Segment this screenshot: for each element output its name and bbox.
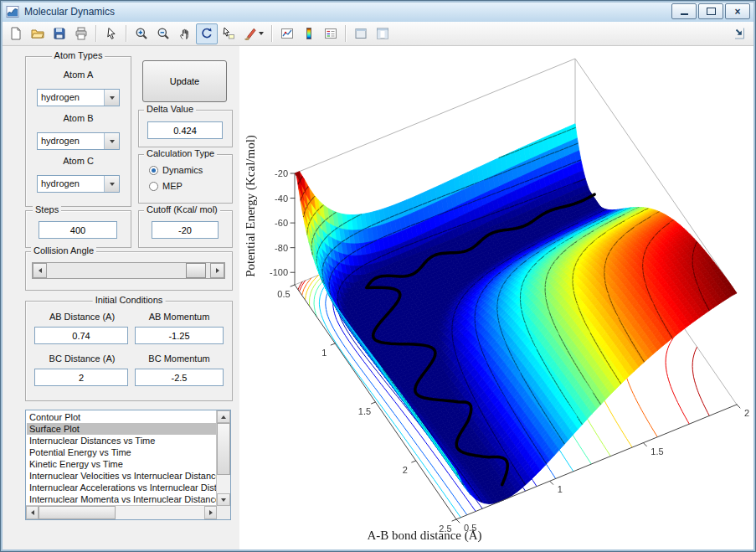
toolbar-separator [271,25,273,42]
list-item[interactable]: Internuclear Accelerations vs Internucle… [27,482,216,493]
scroll-left-button[interactable] [26,506,39,519]
zoom-out-icon [157,27,170,40]
arrow-up-icon [221,415,226,419]
data-cursor-button[interactable] [218,23,239,44]
scrollbar-corner [217,506,230,519]
delta-value-field[interactable] [147,121,223,139]
update-button[interactable]: Update [142,60,227,102]
dock-figure-button[interactable] [729,23,751,44]
collision-angle-slider[interactable] [32,262,225,279]
arrow-down-icon [221,498,226,502]
insert-colorbar-button[interactable] [298,23,320,44]
arrow-left-icon [31,510,34,515]
link-plot-icon [280,27,294,40]
radio-circle-icon [149,182,158,191]
minimize-button[interactable] [671,3,697,19]
listbox-items: Contour PlotSurface PlotInternuclear Dis… [27,411,216,505]
rotate-3d-button[interactable] [196,23,218,44]
edit-plot-button[interactable] [100,23,122,44]
rotate-3d-icon [200,27,213,40]
list-item[interactable]: Internuclear Velocities vs Internuclear … [27,470,216,482]
chevron-down-icon [110,140,115,143]
listbox-vertical-scrollbar[interactable] [216,410,230,506]
printer-icon [75,27,88,40]
chevron-down-icon [110,96,115,100]
window-title: Molecular Dynamics [24,6,115,18]
surface-plot-canvas[interactable] [244,47,755,549]
slider-right-arrow[interactable] [210,263,224,278]
figure-toolbar [1,22,755,46]
radio-dynamics-label: Dynamics [162,165,203,175]
open-file-button[interactable] [27,23,49,44]
cutoff-field[interactable] [152,221,219,239]
plot-type-listbox[interactable]: Contour PlotSurface PlotInternuclear Dis… [25,410,231,520]
collision-angle-thumb[interactable] [186,263,206,278]
bc-momentum-field[interactable] [135,369,224,386]
scroll-down-button[interactable] [217,493,230,506]
maximize-icon [707,8,716,15]
atom-b-value: hydrogen [41,136,80,146]
bc-distance-label: BC Distance (A) [33,353,131,364]
list-item[interactable]: Internuclear Distances vs Time [27,435,216,446]
save-figure-button[interactable] [49,23,70,44]
maximize-button[interactable] [698,3,723,19]
zoom-in-button[interactable] [131,23,152,44]
steps-panel: Steps [25,210,131,248]
open-folder-icon [31,27,44,40]
collision-angle-panel: Collision Angle [25,251,233,291]
dock-arrow-icon [733,27,747,40]
atom-a-label: Atom A [26,70,131,80]
atom-c-dropdown-button[interactable] [104,176,119,192]
zoom-out-button[interactable] [152,23,174,44]
brush-data-button[interactable] [239,23,268,44]
atom-b-dropdown[interactable]: hydrogen [37,132,120,150]
bc-distance-field[interactable] [34,369,128,386]
arrow-left-icon [39,268,42,273]
list-item[interactable]: Internuclear Momenta vs Internuclear Dis… [27,493,216,505]
link-plot-button[interactable] [276,23,298,44]
scroll-up-button[interactable] [217,410,230,423]
close-button[interactable]: × [725,3,750,19]
steps-title: Steps [33,204,61,214]
radio-dynamics[interactable]: Dynamics [149,165,203,175]
pan-button[interactable] [174,23,196,44]
slider-left-arrow[interactable] [33,263,47,278]
atom-b-dropdown-button[interactable] [104,133,119,149]
toolbar-separator [95,25,97,42]
atom-types-panel: Atom Types Atom A hydrogen Atom B hydrog… [25,56,131,207]
vertical-scroll-thumb[interactable] [217,423,230,475]
list-item[interactable]: Potential Energy vs Time [27,446,216,458]
close-icon: × [734,7,740,17]
radio-mep[interactable]: MEP [149,181,183,191]
steps-field[interactable] [39,221,117,239]
ab-momentum-field[interactable] [135,327,224,344]
hide-plot-tools-button[interactable] [350,23,372,44]
horizontal-scroll-thumb[interactable] [39,506,116,519]
initial-conditions-panel: Initial Conditions AB Distance (A) AB Mo… [25,301,233,401]
chevron-down-icon [110,183,115,186]
ab-momentum-label: AB Momentum [133,312,225,322]
listbox-horizontal-scrollbar[interactable] [26,505,217,519]
atom-a-dropdown[interactable]: hydrogen [37,89,120,106]
cutoff-title: Cutoff (Kcal/ mol) [144,204,220,214]
atom-a-dropdown-button[interactable] [104,90,119,106]
calculation-type-title: Calculation Type [144,148,217,158]
list-item[interactable]: Kinetic Energy vs Time [27,458,216,470]
new-figure-button[interactable] [5,23,27,44]
ab-distance-label: AB Distance (A) [33,312,131,322]
list-item[interactable]: Surface Plot [27,423,216,435]
print-figure-button[interactable] [70,23,92,44]
scroll-right-button[interactable] [204,506,217,519]
ab-distance-field[interactable] [34,327,128,344]
brush-dropdown-caret-icon[interactable] [259,32,264,35]
list-item[interactable]: Contour Plot [27,411,216,423]
show-plot-tools-button[interactable] [372,23,393,44]
atom-c-dropdown[interactable]: hydrogen [37,175,120,193]
cutoff-panel: Cutoff (Kcal/ mol) [138,210,233,248]
pan-hand-icon [178,27,192,40]
brush-icon [244,27,257,40]
new-document-icon [9,27,23,40]
insert-legend-button[interactable] [320,23,342,44]
toolbar-separator [345,25,347,42]
collision-angle-title: Collision Angle [31,245,96,255]
